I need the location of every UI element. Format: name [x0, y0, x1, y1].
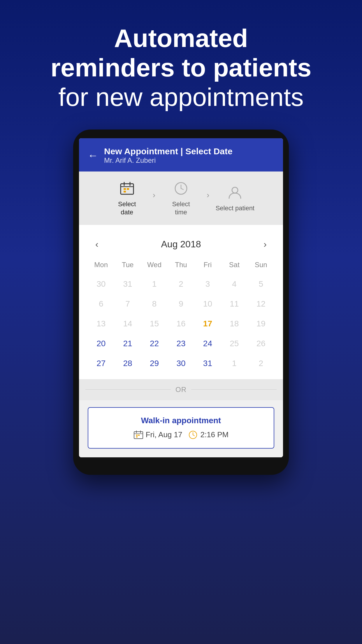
- calendar-day: 9: [168, 294, 194, 314]
- svg-rect-17: [136, 436, 138, 438]
- calendar-day: 16: [168, 314, 194, 334]
- svg-line-9: [181, 188, 183, 190]
- or-label: OR: [175, 386, 187, 394]
- calendar-day: 3: [194, 274, 221, 294]
- patient-icon: [226, 184, 244, 201]
- calendar-month-year: Aug 2018: [161, 239, 201, 250]
- weekday-header: Thu: [168, 258, 194, 272]
- calendar-nav: ‹ Aug 2018 ›: [88, 231, 274, 258]
- calendar-day[interactable]: 29: [141, 354, 168, 373]
- step-patient-label: Select patient: [216, 204, 254, 213]
- calendar-day: 10: [194, 294, 221, 314]
- calendar-row: 20212223242526: [88, 334, 274, 354]
- calendar-section: ‹ Aug 2018 › MonTueWedThuFriSatSun 30311…: [79, 225, 283, 379]
- calendar-day: 26: [248, 334, 274, 354]
- svg-point-10: [232, 187, 238, 193]
- svg-rect-6: [124, 191, 126, 192]
- svg-rect-4: [124, 188, 126, 190]
- step-select-date[interactable]: Selectdate: [104, 180, 150, 217]
- step-date-label: Selectdate: [118, 200, 136, 217]
- phone-shell: ← New Appointment | Select Date Mr. Arif…: [73, 130, 289, 475]
- calendar-day: 2: [168, 274, 194, 294]
- step-time-label: Selecttime: [172, 200, 190, 217]
- svg-rect-16: [138, 435, 140, 436]
- calendar-prev-button[interactable]: ‹: [91, 237, 103, 252]
- calendar-day: 25: [221, 334, 247, 354]
- walkin-section: Walk-in appointment Fri, Aug 17: [79, 400, 283, 457]
- calendar-day: 19: [248, 314, 274, 334]
- calendar-next-button[interactable]: ›: [259, 237, 271, 252]
- calendar-day: 1: [141, 274, 168, 294]
- or-divider: OR: [79, 379, 283, 400]
- weekday-header: Tue: [114, 258, 141, 272]
- calendar-row: 13141516171819: [88, 314, 274, 334]
- calendar-day: 31: [114, 274, 141, 294]
- weekday-header: Sun: [248, 258, 274, 272]
- app-bar: ← New Appointment | Select Date Mr. Arif…: [79, 138, 283, 172]
- weekday-header: Sat: [221, 258, 247, 272]
- app-bar-subtitle: Mr. Arif A. Zuberi: [104, 156, 233, 164]
- walkin-time: 2:16 PM: [200, 430, 229, 439]
- step-select-time[interactable]: Selecttime: [158, 180, 204, 217]
- svg-rect-15: [136, 435, 138, 436]
- calendar-day: 5: [248, 274, 274, 294]
- calendar-day: 15: [141, 314, 168, 334]
- step-arrow-1: ›: [153, 190, 155, 206]
- calendar-day: 13: [88, 314, 114, 334]
- calendar-icon: [118, 180, 136, 197]
- calendar-day[interactable]: 21: [114, 334, 141, 354]
- calendar-day[interactable]: 23: [168, 334, 194, 354]
- calendar-day: 2: [248, 354, 274, 373]
- walkin-title: Walk-in appointment: [141, 416, 221, 425]
- clock-icon: [172, 180, 190, 197]
- calendar-row: 303112345: [88, 274, 274, 294]
- walkin-date-icon: Fri, Aug 17: [133, 430, 182, 440]
- calendar-day: 1: [221, 354, 247, 373]
- calendar-day: 11: [221, 294, 247, 314]
- calendar-day[interactable]: 30: [168, 354, 194, 373]
- walkin-details: Fri, Aug 17 2:16 PM: [133, 430, 229, 440]
- svg-line-20: [193, 435, 194, 436]
- weekday-header: Wed: [141, 258, 168, 272]
- app-screen: ← New Appointment | Select Date Mr. Arif…: [79, 138, 283, 457]
- calendar-day[interactable]: 22: [141, 334, 168, 354]
- calendar-day: 12: [248, 294, 274, 314]
- walkin-card[interactable]: Walk-in appointment Fri, Aug 17: [88, 407, 274, 449]
- step-arrow-2: ›: [207, 190, 209, 206]
- step-select-patient[interactable]: Select patient: [212, 184, 258, 213]
- calendar-day[interactable]: 31: [194, 354, 221, 373]
- step-indicator: Selectdate › Selecttime ›: [79, 172, 283, 225]
- calendar-grid: MonTueWedThuFriSatSun 303112345678910111…: [88, 258, 274, 373]
- back-button[interactable]: ←: [88, 149, 98, 162]
- calendar-day: 30: [88, 274, 114, 294]
- calendar-header-row: MonTueWedThuFriSatSun: [88, 258, 274, 272]
- calendar-day[interactable]: 24: [194, 334, 221, 354]
- weekday-header: Mon: [88, 258, 114, 272]
- headline-bold: Automated reminders to patients: [51, 24, 312, 82]
- app-bar-titles: New Appointment | Select Date Mr. Arif A…: [104, 146, 233, 164]
- calendar-day: 4: [221, 274, 247, 294]
- calendar-day: 18: [221, 314, 247, 334]
- calendar-day[interactable]: 17: [194, 314, 221, 334]
- headline-light: for new appointments: [58, 83, 303, 111]
- calendar-day[interactable]: 20: [88, 334, 114, 354]
- walkin-date: Fri, Aug 17: [146, 430, 182, 439]
- page-headline: Automated reminders to patients for new …: [50, 23, 312, 112]
- calendar-day: 8: [141, 294, 168, 314]
- calendar-row: 6789101112: [88, 294, 274, 314]
- app-bar-title: New Appointment | Select Date: [104, 146, 233, 156]
- weekday-header: Fri: [194, 258, 221, 272]
- or-line: OR: [85, 386, 277, 394]
- calendar-day: 6: [88, 294, 114, 314]
- walkin-time-icon: 2:16 PM: [188, 430, 229, 440]
- calendar-day: 14: [114, 314, 141, 334]
- calendar-day[interactable]: 28: [114, 354, 141, 373]
- calendar-row: 272829303112: [88, 354, 274, 373]
- calendar-day[interactable]: 27: [88, 354, 114, 373]
- calendar-day: 7: [114, 294, 141, 314]
- svg-rect-5: [127, 188, 129, 190]
